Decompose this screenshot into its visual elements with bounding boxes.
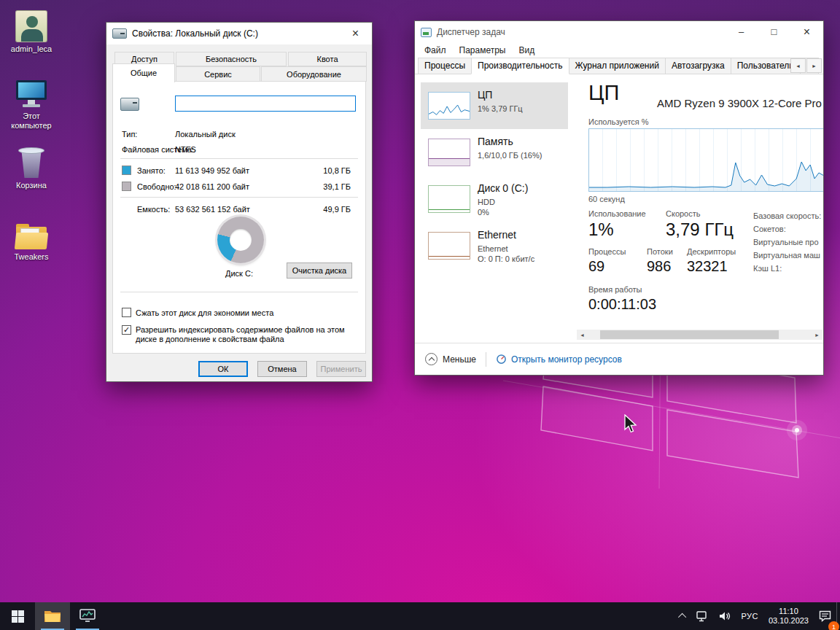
sidebar-item-cpu[interactable]: ЦП 1% 3,79 ГГц [421,82,568,129]
used-space-swatch [122,166,131,175]
capacity-size: 49,9 ГБ [310,205,351,214]
tab-app-history[interactable]: Журнал приложений [569,58,666,74]
footer-divider [486,352,486,367]
cpu-detail-pane: ЦП AMD Ryzen 9 3900X 12-Core Pro Использ… [577,75,823,343]
properties-titlebar[interactable]: Свойства: Локальный диск (C:) × [106,23,372,44]
properties-general-page: Тип: Локальный диск Файловая система: NT… [112,81,366,354]
tray-clock[interactable]: 11:10 03.10.2023 [763,602,814,630]
taskbar-task-manager-button[interactable] [70,602,105,630]
scroll-left-icon[interactable]: ◄ [577,330,588,340]
index-checkbox[interactable]: ✓ [122,325,131,335]
computer-icon [15,77,48,109]
taskbar: РУС 11:10 03.10.2023 1 [0,602,840,630]
tab-scroll-arrows: ◄ ► [790,58,822,73]
task-manager-icon [421,28,432,37]
start-button[interactable] [0,602,35,630]
tab-scroll-left-icon[interactable]: ◄ [790,58,806,73]
minimize-icon[interactable]: – [725,21,758,42]
threads-value: 986 [647,258,671,275]
sidebar-item-ethernet[interactable]: Ethernet Ethernet О: 0 П: 0 кбит/с [421,222,568,269]
tab-hardware[interactable]: Оборудование [261,66,367,82]
less-details-label[interactable]: Меньше [443,354,476,365]
check-icon: ✓ [123,325,130,334]
ok-button[interactable]: ОК [198,361,248,377]
task-manager-title: Диспетчер задач [437,27,505,37]
properties-tabstrip: Доступ Безопасность Квота Общие Сервис О… [112,52,366,82]
used-label: Занято: [137,166,166,175]
desktop-icon-this-pc[interactable]: Этот компьютер [3,74,60,131]
resource-monitor-icon [496,354,507,365]
maximize-icon[interactable]: □ [758,21,790,42]
disk-properties-window: Свойства: Локальный диск (C:) × Доступ Б… [106,22,373,382]
menu-file[interactable]: Файл [418,44,453,57]
clock-time: 11:10 [769,607,809,616]
usage-label: Использование [588,209,646,218]
cpu-thumbnail-graph [428,92,470,120]
volume-label-input[interactable] [175,96,356,112]
speed-value: 3,79 ГГц [666,219,734,240]
action-center-icon [819,610,831,622]
tab-startup[interactable]: Автозагрузка [665,58,731,74]
performance-body: ЦП 1% 3,79 ГГц Память 1,6/10,0 ГБ (16%) … [415,75,823,343]
tab-processes[interactable]: Процессы [418,58,472,74]
disk-cleanup-button[interactable]: Очистка диска [287,262,352,279]
free-space-swatch [122,182,131,191]
clock-date: 03.10.2023 [769,616,809,626]
action-center-button[interactable]: 1 [814,602,836,630]
recycle-bin-icon [18,147,45,179]
threads-label: Потоки [647,247,673,256]
sidebar-item-disk[interactable]: Диск 0 (C:) HDD 0% [421,176,568,222]
handles-label: Дескрипторы [687,247,736,256]
tab-scroll-right-icon[interactable]: ► [806,58,822,73]
desktop-icon-recycle-bin[interactable]: Корзина [3,144,60,190]
desktop-icon-user-folder[interactable]: admin_leca [3,7,60,54]
scrollbar-thumb[interactable] [600,330,779,339]
sidebar-item-memory[interactable]: Память 1,6/10,0 ГБ (16%) [421,129,568,176]
task-manager-titlebar[interactable]: Диспетчер задач – □ × [415,21,823,43]
network-ethernet-icon [696,611,709,622]
tray-language-indicator[interactable]: РУС [736,602,763,630]
ethernet-thumbnail-graph [428,232,470,260]
tray-hidden-icons-button[interactable] [675,602,691,630]
tab-performance[interactable]: Производительность [471,58,569,74]
horizontal-scrollbar[interactable]: ◄ ► [577,330,822,340]
compress-checkbox[interactable] [122,308,131,317]
scroll-right-icon[interactable]: ► [812,330,822,340]
cpu-heading: ЦП [588,81,619,105]
collapse-chevron-icon[interactable] [425,353,438,365]
sidebar-memory-title: Память [478,136,513,147]
tab-security[interactable]: Безопасность [176,52,287,66]
folder-icon [15,222,48,250]
open-resource-monitor-link[interactable]: Открыть монитор ресурсов [511,354,622,365]
taskbar-file-explorer-button[interactable] [35,602,70,630]
desktop-icon-label: Этот компьютер [8,112,55,131]
tab-general[interactable]: Общие [112,63,175,82]
graph-time-label: 60 секунд [588,195,625,203]
disk-thumbnail-graph [428,185,470,213]
close-icon[interactable]: × [790,21,823,42]
chevron-up-icon [678,613,686,621]
sidebar-disk-stats: HDD 0% [478,197,495,217]
cpu-name: AMD Ryzen 9 3900X 12-Core Pro [657,97,822,109]
used-size: 10,8 ГБ [310,166,351,175]
cancel-button[interactable]: Отмена [257,361,307,377]
close-icon[interactable]: × [339,23,372,44]
dialog-buttons: ОК Отмена Применить [198,361,366,377]
processes-label: Процессы [588,247,626,256]
menu-options[interactable]: Параметры [453,44,513,57]
tab-quota[interactable]: Квота [288,52,367,66]
uptime-value: 0:00:11:03 [588,296,656,313]
capacity-label: Емкость: [137,205,170,214]
file-explorer-icon [44,609,61,623]
desktop-icon-tweakers-folder[interactable]: Tweakers [3,215,60,262]
type-label: Тип: [122,130,137,139]
tray-volume-button[interactable] [714,602,736,630]
tab-tools[interactable]: Сервис [176,66,260,82]
properties-window-title: Свойства: Локальный диск (C:) [132,28,258,39]
tray-network-button[interactable] [691,602,714,630]
menu-view[interactable]: Вид [512,44,541,57]
apply-button[interactable]: Применить [316,361,366,377]
cpu-usage-graph [588,128,823,192]
desktop-icon-label: Tweakers [3,252,60,262]
task-manager-menubar: Файл Параметры Вид [415,43,823,58]
